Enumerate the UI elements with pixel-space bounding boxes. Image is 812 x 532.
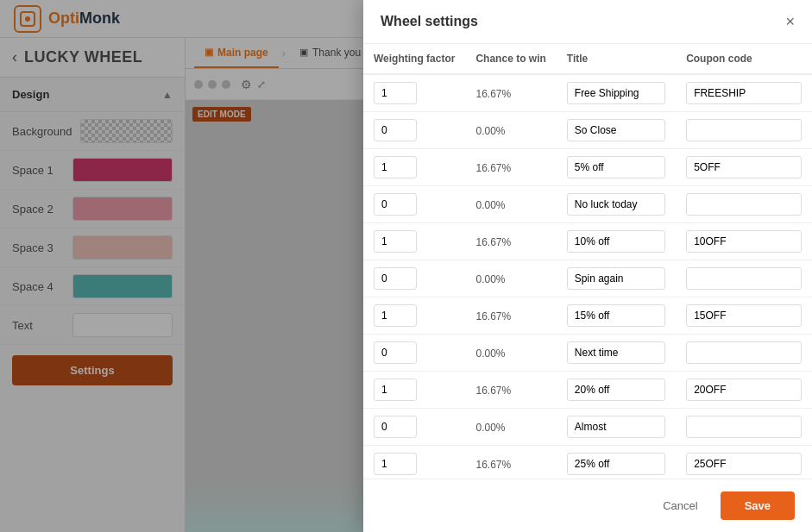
weight-input-5[interactable]: [374, 267, 417, 290]
chance-cell-6: 16.67%: [465, 297, 556, 335]
modal-title: Wheel settings: [381, 14, 478, 29]
chance-cell-0: 16.67%: [465, 74, 556, 112]
chance-text-8: 16.67%: [475, 385, 511, 397]
table-row: 0.00%: [363, 335, 812, 372]
coupon-cell-0: [676, 74, 812, 112]
title-cell-3: [557, 186, 676, 223]
coupon-input-10[interactable]: [686, 453, 802, 475]
coupon-input-6[interactable]: [686, 304, 802, 327]
wheel-table: Weighting factor Chance to win Title Cou…: [363, 44, 812, 479]
weight-input-4[interactable]: [374, 230, 417, 253]
coupon-cell-2: [676, 149, 812, 186]
col-header-chance: Chance to win: [465, 44, 556, 74]
coupon-input-0[interactable]: [686, 82, 802, 104]
weight-cell-3: [363, 186, 465, 223]
title-cell-7: [557, 335, 676, 372]
weight-input-3[interactable]: [374, 193, 417, 216]
coupon-cell-10: [676, 446, 812, 479]
coupon-input-2[interactable]: [686, 156, 802, 178]
title-input-8[interactable]: [567, 379, 665, 401]
wheel-settings-modal: Wheel settings × Weighting factor Chance…: [363, 0, 812, 532]
weight-cell-10: [363, 446, 465, 479]
title-cell-10: [557, 446, 676, 479]
coupon-cell-5: [676, 260, 812, 297]
coupon-cell-4: [676, 223, 812, 260]
chance-text-9: 0.00%: [475, 422, 505, 434]
modal-overlay: Wheel settings × Weighting factor Chance…: [0, 0, 812, 532]
title-cell-9: [557, 409, 676, 446]
weight-cell-2: [363, 149, 465, 186]
chance-cell-7: 0.00%: [465, 335, 556, 372]
table-row: 16.67%: [363, 446, 812, 479]
title-input-9[interactable]: [567, 416, 665, 438]
coupon-cell-9: [676, 409, 812, 446]
title-cell-2: [557, 149, 676, 186]
save-button[interactable]: Save: [721, 491, 795, 520]
coupon-input-9[interactable]: [686, 416, 802, 438]
table-header-row: Weighting factor Chance to win Title Cou…: [363, 44, 812, 74]
title-cell-4: [557, 223, 676, 260]
modal-body: Weighting factor Chance to win Title Cou…: [363, 44, 812, 479]
title-input-4[interactable]: [567, 230, 665, 253]
table-row: 0.00%: [363, 186, 812, 223]
coupon-input-8[interactable]: [686, 379, 802, 401]
weight-cell-9: [363, 409, 465, 446]
chance-cell-5: 0.00%: [465, 260, 556, 297]
weight-input-0[interactable]: [374, 82, 417, 104]
coupon-cell-6: [676, 297, 812, 335]
table-row: 16.67%: [363, 149, 812, 186]
weight-input-10[interactable]: [374, 453, 417, 475]
chance-cell-3: 0.00%: [465, 186, 556, 223]
chance-cell-2: 16.67%: [465, 149, 556, 186]
coupon-input-4[interactable]: [686, 230, 802, 253]
cancel-button[interactable]: Cancel: [649, 492, 711, 519]
weight-cell-5: [363, 260, 465, 297]
weight-input-2[interactable]: [374, 156, 417, 178]
weight-input-1[interactable]: [374, 119, 417, 141]
table-row: 16.67%: [363, 297, 812, 335]
col-header-title: Title: [557, 44, 676, 74]
weight-cell-8: [363, 372, 465, 409]
title-input-0[interactable]: [567, 82, 665, 104]
weight-input-6[interactable]: [374, 304, 417, 327]
table-row: 0.00%: [363, 112, 812, 149]
title-input-3[interactable]: [567, 193, 665, 216]
weight-input-9[interactable]: [374, 416, 417, 438]
table-row: 0.00%: [363, 409, 812, 446]
col-header-weight: Weighting factor: [363, 44, 465, 74]
title-input-2[interactable]: [567, 156, 665, 178]
title-input-5[interactable]: [567, 267, 665, 290]
weight-cell-7: [363, 335, 465, 372]
coupon-input-7[interactable]: [686, 341, 802, 364]
weight-input-7[interactable]: [374, 341, 417, 364]
coupon-cell-3: [676, 186, 812, 223]
chance-text-10: 16.67%: [475, 459, 511, 471]
chance-text-5: 0.00%: [475, 273, 505, 285]
chance-cell-4: 16.67%: [465, 223, 556, 260]
title-input-10[interactable]: [567, 453, 665, 475]
coupon-input-3[interactable]: [686, 193, 802, 216]
weight-cell-1: [363, 112, 465, 149]
coupon-cell-7: [676, 335, 812, 372]
title-cell-1: [557, 112, 676, 149]
main-layout: ‹ LUCKY WHEEL Design ▲ Background Space …: [0, 38, 812, 532]
col-header-coupon: Coupon code: [676, 44, 812, 74]
title-input-1[interactable]: [567, 119, 665, 141]
coupon-input-1[interactable]: [686, 119, 802, 141]
chance-text-2: 16.67%: [475, 162, 511, 174]
modal-footer: Cancel Save: [363, 479, 812, 532]
table-row: 16.67%: [363, 74, 812, 112]
title-input-6[interactable]: [567, 304, 665, 327]
coupon-input-5[interactable]: [686, 267, 802, 290]
chance-text-0: 16.67%: [475, 88, 511, 100]
title-cell-8: [557, 372, 676, 409]
title-cell-6: [557, 297, 676, 335]
chance-cell-1: 0.00%: [465, 112, 556, 149]
close-button[interactable]: ×: [785, 14, 795, 29]
chance-text-6: 16.67%: [475, 310, 511, 322]
chance-cell-9: 0.00%: [465, 409, 556, 446]
weight-cell-0: [363, 74, 465, 112]
title-input-7[interactable]: [567, 341, 665, 364]
weight-input-8[interactable]: [374, 379, 417, 401]
coupon-cell-8: [676, 372, 812, 409]
